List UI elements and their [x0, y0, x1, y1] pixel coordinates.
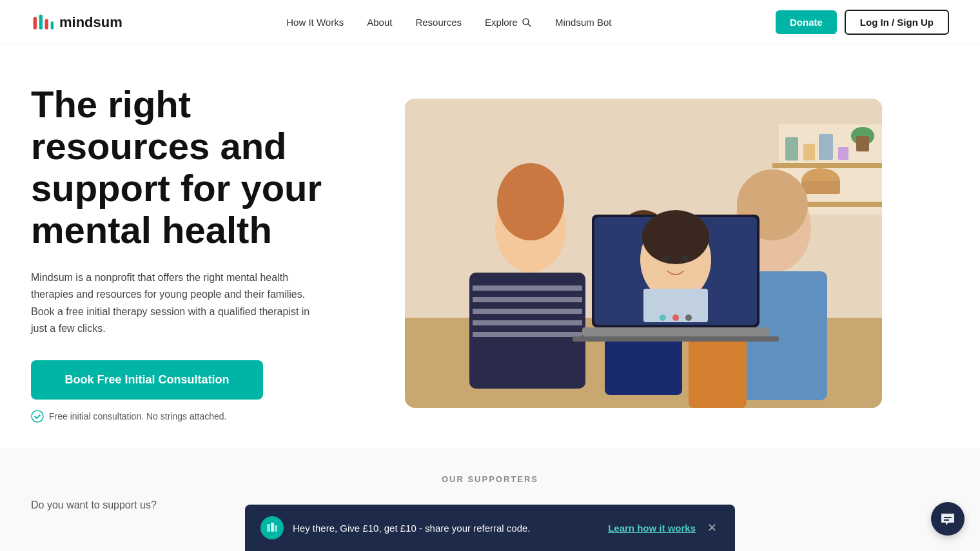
svg-rect-53 — [275, 525, 277, 532]
book-consultation-button[interactable]: Book Free Initial Consultation — [31, 360, 263, 400]
svg-rect-26 — [473, 320, 582, 325]
svg-point-46 — [685, 314, 692, 321]
hero-illustration — [405, 99, 882, 408]
svg-rect-23 — [473, 285, 582, 291]
notification-link[interactable]: Learn how it works — [608, 523, 696, 534]
svg-rect-13 — [819, 134, 833, 160]
hero-image-area — [405, 99, 882, 408]
logo[interactable]: mindsum — [31, 11, 122, 34]
site-header: mindsum How It Works About Resources Exp… — [0, 0, 980, 45]
svg-point-41 — [663, 255, 669, 262]
svg-rect-24 — [473, 297, 582, 302]
supporters-title: OUR SUPPORTERS — [31, 474, 949, 484]
svg-rect-9 — [772, 163, 882, 168]
svg-point-44 — [660, 314, 666, 321]
svg-rect-11 — [785, 137, 798, 160]
hero-section: The right resources and support for your… — [0, 45, 980, 449]
svg-rect-51 — [267, 524, 270, 532]
svg-point-21 — [497, 163, 564, 240]
check-circle-icon — [31, 410, 44, 423]
hero-title: The right resources and support for your… — [31, 84, 366, 251]
nav-explore[interactable]: Explore — [485, 17, 532, 28]
nav-resources[interactable]: Resources — [415, 17, 462, 28]
svg-rect-0 — [34, 17, 37, 30]
login-button[interactable]: Log In / Sign Up — [845, 10, 949, 35]
svg-rect-55 — [944, 519, 949, 521]
svg-rect-12 — [803, 144, 815, 160]
svg-rect-3 — [51, 21, 54, 30]
hero-left: The right resources and support for your… — [31, 84, 366, 423]
svg-rect-27 — [473, 332, 582, 337]
svg-point-45 — [672, 314, 679, 321]
notification-close-button[interactable]: ✕ — [705, 518, 720, 537]
svg-rect-2 — [45, 19, 48, 29]
hero-svg — [405, 99, 882, 408]
nav-mindsum-bot[interactable]: Mindsum Bot — [555, 17, 612, 28]
chat-button[interactable] — [931, 502, 965, 536]
svg-point-42 — [682, 255, 689, 262]
donate-button[interactable]: Donate — [776, 10, 837, 34]
svg-rect-14 — [838, 147, 848, 160]
notification-banner: Hey there, Give £10, get £10 - share you… — [245, 505, 735, 551]
svg-rect-1 — [39, 14, 43, 29]
nav-about[interactable]: About — [367, 17, 392, 28]
svg-rect-54 — [944, 517, 952, 518]
free-label-text: Free initial consultation. No strings at… — [49, 411, 226, 421]
logo-text: mindsum — [59, 14, 122, 31]
notification-text: Hey there, Give £10, get £10 - share you… — [293, 523, 599, 534]
free-label-area: Free initial consultation. No strings at… — [31, 410, 366, 423]
svg-rect-48 — [573, 336, 779, 342]
svg-rect-25 — [473, 309, 582, 314]
hero-description: Mindsum is a nonprofit that offers the r… — [31, 269, 315, 338]
main-nav: How It Works About Resources Explore Min… — [286, 17, 611, 28]
svg-point-6 — [32, 411, 43, 422]
header-actions: Donate Log In / Sign Up — [776, 10, 949, 35]
nav-how-it-works[interactable]: How It Works — [286, 17, 344, 28]
svg-line-5 — [528, 24, 531, 26]
svg-rect-52 — [271, 523, 274, 532]
svg-rect-18 — [801, 181, 840, 194]
logo-icon — [31, 11, 54, 34]
hero-image — [405, 99, 882, 408]
svg-rect-16 — [856, 136, 869, 151]
chat-icon — [939, 510, 956, 527]
notification-icon — [260, 516, 284, 539]
svg-point-40 — [642, 210, 709, 264]
svg-rect-47 — [582, 327, 769, 336]
search-icon — [522, 17, 532, 28]
